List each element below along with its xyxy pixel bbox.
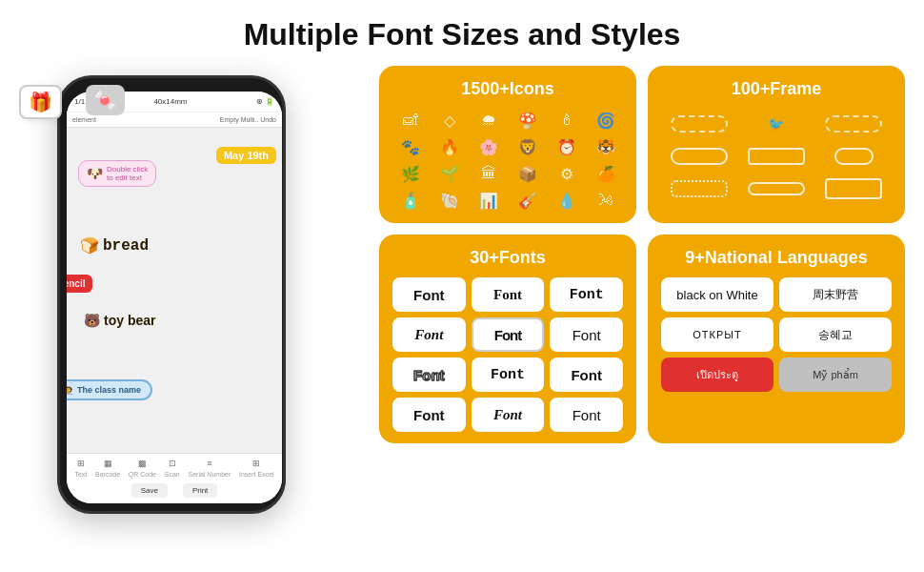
icon-item: 🐾: [392, 135, 428, 158]
frame-item: [818, 111, 890, 137]
frames-panel: 100+Frame 🐦: [648, 66, 905, 223]
astronaut-icon: 👨‍🚀: [67, 385, 73, 395]
icon-item: 🌬: [588, 189, 623, 212]
fonts-panel: 30+Fonts Font Font Font Font Font Font F…: [379, 235, 636, 443]
bread-text: bread: [103, 237, 149, 255]
icon-item: 📦: [510, 162, 545, 185]
font-item: Font: [472, 398, 545, 432]
icon-item: 🏛: [471, 162, 506, 185]
fonts-panel-title: 30+Fonts: [392, 248, 623, 268]
languages-panel: 9+National Languages black on White 周末野营…: [648, 235, 905, 443]
double-click-text: Double clickto edit text: [107, 165, 148, 182]
icon-item: 🦁: [510, 135, 545, 158]
font-item: Font: [392, 358, 466, 392]
toolbar-qr[interactable]: ▩QR Code: [129, 459, 156, 479]
icon-item: 🌱: [432, 162, 467, 185]
font-item: Font: [472, 277, 545, 312]
sticker-candy: 🍬: [86, 85, 125, 115]
frames-grid: 🐦: [661, 109, 892, 204]
page-size: 40x14mm: [153, 97, 187, 106]
right-panels: 1500+Icons 🛋 ◇ 🌧 🍄 🕯 🌀 🐾 🔥 🌸 🦁 ⏰ 🐯: [379, 66, 905, 443]
icon-item: 🌧: [471, 109, 506, 132]
page-title: Multiple Font Sizes and Styles: [244, 17, 681, 52]
icons-panel-title: 1500+Icons: [392, 79, 623, 99]
lang-item-russian: ОТКРЫТ: [661, 317, 773, 352]
lang-item-korean: 송혜교: [779, 317, 892, 352]
save-print-row: Save Print: [70, 480, 278, 500]
double-click-hint: 🐶 Double clickto edit text: [78, 160, 156, 187]
phone-device: 1/1 40x14mm ⊛ 🔋 element Empty Multi.. Un…: [57, 75, 286, 514]
class-name-label: 👨‍🚀 The class name: [67, 379, 152, 400]
icon-item: 🌸: [471, 135, 506, 158]
icon-item: 💧: [549, 189, 584, 212]
lang-item-chinese: 周末野营: [779, 277, 892, 312]
font-item: Font: [472, 358, 545, 392]
frames-panel-title: 100+Frame: [661, 79, 892, 99]
phone-bottom-toolbar: ⊞Text ▦Barcode ▩QR Code ⊡Scan ≡Serial Nu…: [67, 453, 282, 503]
lang-item-english: black on White: [661, 277, 773, 312]
print-button[interactable]: Print: [183, 483, 217, 498]
phone-canvas: element Empty Multi.. Undo May 19th 🐶 Do…: [67, 112, 282, 453]
phone-screen: 1/1 40x14mm ⊛ 🔋 element Empty Multi.. Un…: [67, 92, 282, 503]
font-item: Font: [392, 317, 466, 352]
icon-item: 🛋: [392, 109, 428, 132]
toy-bear-label: 🐻 toy bear: [84, 313, 155, 328]
save-button[interactable]: Save: [131, 483, 168, 498]
icon-item: 📊: [471, 189, 506, 212]
dog-icon: 🐶: [87, 166, 103, 181]
fonts-grid: Font Font Font Font Font Font Font Font …: [392, 277, 623, 432]
date-label: May 19th: [216, 147, 276, 164]
frame-item: [740, 143, 812, 170]
toolbar-excel[interactable]: ⊞Insert Excel: [239, 459, 274, 479]
toy-bear-text: toy bear: [104, 313, 155, 328]
page-info: 1/1: [74, 97, 85, 106]
icon-item: 🐚: [432, 189, 467, 212]
icon-item: ⏰: [549, 135, 584, 158]
status-icons: ⊛ 🔋: [256, 97, 274, 106]
bread-icon: 🍞: [80, 236, 99, 255]
icon-item: ⚙: [549, 162, 584, 185]
languages-panel-title: 9+National Languages: [661, 248, 892, 268]
bear-icon: 🐻: [84, 313, 100, 328]
toolbar-scan[interactable]: ⊡Scan: [165, 459, 180, 479]
frame-item: [663, 175, 734, 202]
page: Multiple Font Sizes and Styles 🎁 🍬 1/1 4…: [0, 0, 924, 572]
toolbar-text[interactable]: ⊞Text: [74, 459, 87, 479]
frame-item: [663, 143, 734, 170]
toolbar-serial[interactable]: ≡Serial Number: [189, 459, 231, 479]
icon-item: 🌀: [588, 109, 623, 132]
icon-item: 🍄: [510, 109, 545, 132]
frame-item: [818, 143, 890, 170]
frame-item: [740, 175, 812, 202]
pencil-label: Pencil: [67, 275, 92, 293]
class-name-text: The class name: [77, 385, 141, 395]
icon-item: 🍊: [588, 162, 623, 185]
bread-label: 🍞 bread: [80, 236, 149, 255]
font-item: Font: [392, 277, 466, 312]
icons-panel: 1500+Icons 🛋 ◇ 🌧 🍄 🕯 🌀 🐾 🔥 🌸 🦁 ⏰ 🐯: [379, 66, 636, 223]
font-item: Font: [472, 317, 545, 352]
phone-section: 🎁 🍬 1/1 40x14mm ⊛ 🔋 element Empty Multi.…: [19, 66, 362, 533]
main-content: 🎁 🍬 1/1 40x14mm ⊛ 🔋 element Empty Multi.…: [19, 66, 905, 533]
font-item: Font: [550, 317, 623, 352]
icon-item: 🌿: [392, 162, 428, 185]
icons-grid: 🛋 ◇ 🌧 🍄 🕯 🌀 🐾 🔥 🌸 🦁 ⏰ 🐯 🌿 🌱: [392, 109, 623, 212]
top-panels-row: 1500+Icons 🛋 ◇ 🌧 🍄 🕯 🌀 🐾 🔥 🌸 🦁 ⏰ 🐯: [379, 66, 905, 223]
font-item: Font: [392, 398, 466, 432]
lang-item-vietnamese: Mỹ phẩm: [779, 358, 892, 392]
icon-item: 🧴: [392, 189, 428, 212]
frame-item: 🐦: [740, 111, 812, 137]
toolbar-barcode[interactable]: ▦Barcode: [95, 459, 120, 479]
font-item: Font: [550, 398, 623, 432]
icon-item: 🎸: [510, 189, 545, 212]
icon-item: 🔥: [432, 135, 467, 158]
languages-grid: black on White 周末野营 ОТКРЫТ 송혜교 เปิดประตู…: [661, 277, 892, 392]
icon-item: 🕯: [549, 109, 584, 132]
sticker-gift: 🎁: [19, 85, 62, 119]
lang-item-thai: เปิดประตู: [661, 358, 773, 392]
toolbar-row-1: ⊞Text ▦Barcode ▩QR Code ⊡Scan ≡Serial Nu…: [70, 457, 278, 480]
frame-item: [663, 111, 734, 137]
font-item: Font: [550, 358, 623, 392]
bottom-panels-row: 30+Fonts Font Font Font Font Font Font F…: [379, 235, 905, 443]
icon-item: ◇: [432, 109, 467, 132]
